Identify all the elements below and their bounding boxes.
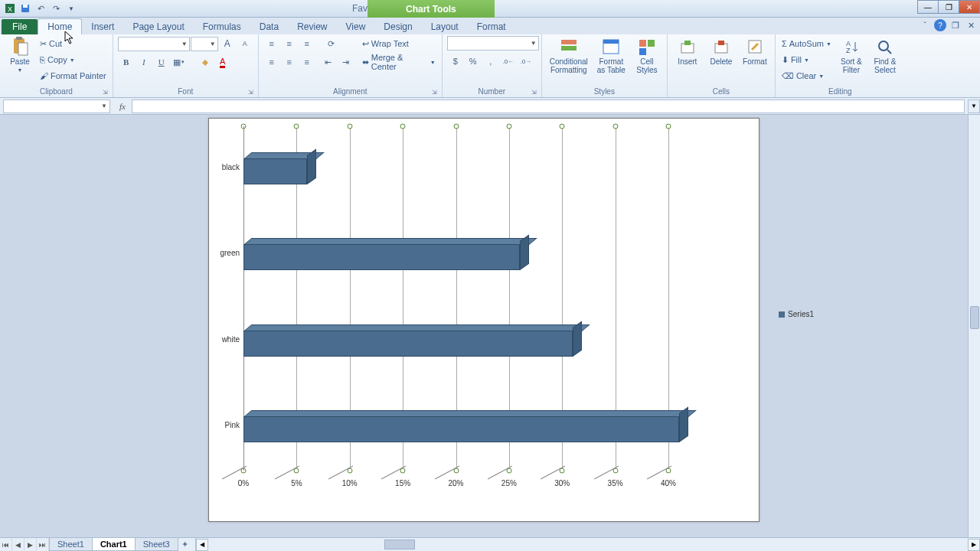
tab-review[interactable]: Review	[288, 19, 336, 34]
paste-button[interactable]: Paste ▼	[5, 36, 35, 74]
find-select-button[interactable]: Find & Select	[870, 36, 900, 76]
cut-button[interactable]: ✂Cut	[38, 36, 108, 51]
tab-formulas[interactable]: Formulas	[194, 19, 250, 34]
scroll-right-button[interactable]: ▶	[968, 539, 980, 551]
chart-bar[interactable]	[243, 152, 307, 184]
dialog-launcher-icon[interactable]: ⇲	[247, 89, 255, 96]
format-as-table-button[interactable]: Format as Table	[594, 36, 629, 76]
clear-button[interactable]: ⌫Clear▼	[780, 68, 833, 83]
comma-icon[interactable]: ,	[482, 54, 499, 69]
align-right-icon[interactable]: ≡	[299, 54, 315, 70]
selection-handle[interactable]	[453, 124, 459, 129]
selection-handle[interactable]	[400, 124, 406, 129]
selection-handle[interactable]	[294, 124, 299, 129]
chart-legend[interactable]: Series1	[779, 310, 814, 318]
format-painter-button[interactable]: 🖌Format Painter	[38, 68, 108, 83]
delete-cells-button[interactable]: Delete	[706, 36, 737, 67]
sheet-tab-sheet3[interactable]: Sheet3	[135, 538, 178, 551]
chart-object[interactable]: 0%5%10%15%20%25%30%35%40%blackgreenwhite…	[208, 118, 760, 522]
cell-styles-button[interactable]: Cell Styles	[632, 36, 662, 76]
new-sheet-button[interactable]: ✦	[178, 538, 192, 551]
undo-icon[interactable]: ↶	[34, 2, 47, 15]
selection-handle[interactable]	[560, 124, 565, 129]
tab-insert[interactable]: Insert	[82, 19, 123, 34]
bold-button[interactable]: B	[118, 54, 135, 70]
wrap-text-button[interactable]: ↩Wrap Text	[361, 36, 437, 51]
redo-icon[interactable]: ↷	[49, 2, 63, 15]
font-color-button[interactable]: A	[214, 54, 231, 70]
underline-button[interactable]: U	[153, 54, 170, 70]
conditional-formatting-button[interactable]: Conditional Formatting	[547, 36, 591, 76]
selection-handle[interactable]	[666, 124, 671, 129]
tab-design[interactable]: Design	[374, 19, 421, 34]
grow-font-icon[interactable]: A	[219, 36, 236, 51]
sort-filter-button[interactable]: AZSort & Filter	[836, 36, 867, 76]
last-sheet-button[interactable]: ⏭	[37, 538, 49, 551]
align-left-icon[interactable]: ≡	[263, 54, 280, 70]
chart-plot-area[interactable]: 0%5%10%15%20%25%30%35%40%blackgreenwhite…	[243, 126, 668, 471]
dialog-launcher-icon[interactable]: ⇲	[102, 89, 109, 96]
chart-bar[interactable]	[243, 410, 679, 442]
prev-sheet-button[interactable]: ◀	[12, 538, 24, 551]
save-icon[interactable]	[18, 2, 32, 15]
window-restore-icon[interactable]: ❐	[949, 19, 962, 31]
scroll-thumb[interactable]	[970, 306, 979, 329]
align-center-icon[interactable]: ≡	[281, 54, 298, 70]
orientation-icon[interactable]: ⟳	[323, 36, 340, 51]
decrease-decimal-icon[interactable]: .0→	[518, 54, 534, 69]
tab-format[interactable]: Format	[468, 19, 515, 34]
format-cells-button[interactable]: Format	[740, 36, 770, 67]
tab-home[interactable]: Home	[38, 18, 82, 34]
name-box[interactable]: ▼	[3, 99, 110, 113]
selection-handle[interactable]	[347, 124, 352, 129]
dialog-launcher-icon[interactable]: ⇲	[531, 89, 538, 96]
next-sheet-button[interactable]: ▶	[24, 538, 37, 551]
sheet-tab-chart1[interactable]: Chart1	[92, 538, 136, 551]
qat-dropdown-icon[interactable]: ▼	[64, 2, 78, 15]
chart-bar[interactable]	[243, 324, 573, 357]
percent-icon[interactable]: %	[465, 54, 482, 69]
tab-layout[interactable]: Layout	[422, 19, 468, 34]
excel-icon[interactable]: X	[3, 2, 17, 15]
horizontal-scrollbar[interactable]: ◀ ▶	[195, 538, 980, 551]
scroll-left-button[interactable]: ◀	[196, 539, 208, 551]
tab-view[interactable]: View	[337, 19, 375, 34]
window-close-icon[interactable]: ✕	[965, 19, 977, 31]
minimize-ribbon-icon[interactable]: ˇ	[919, 19, 931, 31]
align-bottom-icon[interactable]: ≡	[299, 36, 315, 51]
close-button[interactable]: ✕	[959, 0, 980, 14]
currency-icon[interactable]: $	[447, 54, 464, 69]
merge-center-button[interactable]: ⬌Merge & Center▼	[361, 54, 437, 70]
copy-button[interactable]: ⎘Copy▼	[38, 52, 108, 67]
tab-data[interactable]: Data	[250, 19, 288, 34]
border-button[interactable]: ▦▼	[171, 54, 188, 70]
align-top-icon[interactable]: ≡	[263, 36, 280, 51]
font-name-combo[interactable]: ▼	[118, 37, 190, 51]
font-size-combo[interactable]: ▼	[191, 37, 218, 51]
autosum-button[interactable]: ΣAutoSum▼	[780, 36, 833, 51]
sheet-tab-sheet1[interactable]: Sheet1	[49, 538, 93, 551]
chart-bar[interactable]	[243, 238, 520, 270]
fill-button[interactable]: ⬇Fill▼	[780, 52, 833, 67]
maximize-button[interactable]: ❐	[938, 0, 959, 14]
tab-page-layout[interactable]: Page Layout	[123, 19, 193, 34]
selection-handle[interactable]	[506, 124, 511, 129]
italic-button[interactable]: I	[136, 54, 152, 70]
expand-formula-bar-icon[interactable]: ▼	[968, 99, 980, 113]
fx-icon[interactable]: fx	[113, 102, 132, 111]
formula-input[interactable]	[132, 99, 965, 113]
first-sheet-button[interactable]: ⏮	[0, 538, 12, 551]
increase-decimal-icon[interactable]: .0←	[500, 54, 517, 69]
fill-color-button[interactable]	[197, 54, 214, 70]
tab-file[interactable]: File	[2, 19, 38, 34]
scroll-thumb[interactable]	[384, 540, 415, 549]
vertical-scrollbar[interactable]	[968, 115, 980, 537]
selection-handle[interactable]	[612, 124, 618, 129]
align-middle-icon[interactable]: ≡	[281, 36, 298, 51]
shrink-font-icon[interactable]: A	[237, 36, 253, 51]
number-format-combo[interactable]: ▼	[447, 36, 539, 51]
help-icon[interactable]: ?	[934, 19, 946, 31]
dialog-launcher-icon[interactable]: ⇲	[431, 89, 439, 96]
decrease-indent-icon[interactable]: ⇤	[320, 54, 337, 70]
insert-cells-button[interactable]: Insert	[672, 36, 703, 67]
